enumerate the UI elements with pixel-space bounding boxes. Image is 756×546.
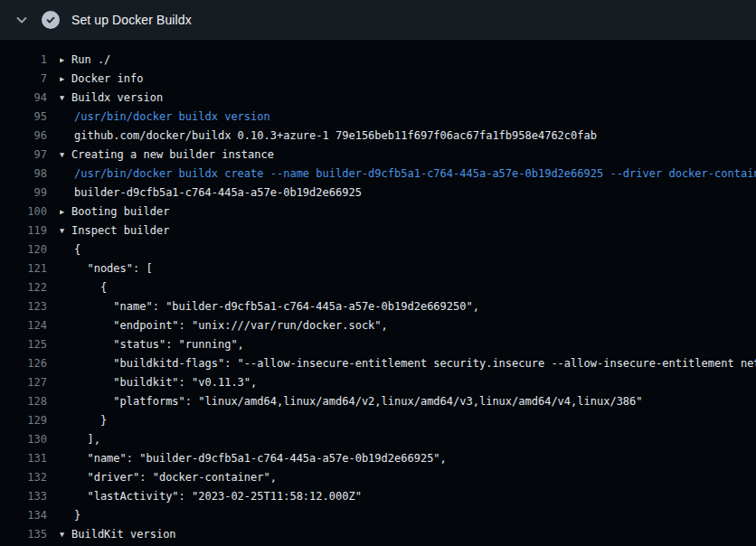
log-lines: 1 ▶ Run ./ 7 ▶ Docker info 94 ▼ Buildx v… (0, 40, 756, 546)
line-number-link[interactable]: 96 (0, 127, 47, 146)
log-line: 98 /usr/bin/docker buildx create --name … (0, 165, 756, 184)
line-number-link[interactable]: 97 (0, 146, 47, 165)
log-line: 123 "name": "builder-d9cfb5a1-c764-445a-… (0, 297, 756, 316)
line-number-link[interactable]: 7 (0, 70, 47, 89)
step-header[interactable]: Set up Docker Buildx (0, 0, 756, 40)
log-text: { (74, 278, 107, 297)
log-text: "lastActivity": "2023-02-25T11:58:12.000… (74, 487, 362, 506)
log-line: 94 ▼ Buildx version (0, 89, 756, 108)
log-line: 128 "platforms": "linux/amd64,linux/amd6… (0, 392, 756, 411)
log-line: 7 ▶ Docker info (0, 70, 756, 89)
line-number-link[interactable]: 132 (0, 468, 47, 487)
log-line: 135 ▼ BuildKit version (0, 525, 756, 544)
log-text: "platforms": "linux/amd64,linux/amd64/v2… (74, 392, 643, 411)
log-line: 121 "nodes": [ (0, 259, 756, 278)
line-number-link[interactable]: 1 (0, 51, 47, 70)
triangle-collapsed-icon[interactable]: ▶ (60, 202, 71, 221)
log-text: "name": "builder-d9cfb5a1-c764-445a-a57e… (74, 449, 447, 468)
log-text: } (74, 411, 107, 430)
line-number-link[interactable]: 119 (0, 221, 47, 240)
log-line: 124 "endpoint": "unix:///var/run/docker.… (0, 316, 756, 335)
log-line: 1 ▶ Run ./ (0, 51, 756, 70)
log-text: Run ./ (71, 51, 110, 70)
line-number-link[interactable]: 125 (0, 335, 47, 354)
log-line: 122 { (0, 278, 756, 297)
log-text: Inspect builder (71, 221, 169, 240)
triangle-collapsed-icon[interactable]: ▶ (60, 70, 71, 89)
log-line: 134 } (0, 506, 756, 525)
line-number-link[interactable]: 99 (0, 184, 47, 202)
log-text: Docker info (71, 70, 143, 89)
line-number-link[interactable]: 100 (0, 202, 47, 221)
line-number-link[interactable]: 130 (0, 430, 47, 449)
log-line: 133 "lastActivity": "2023-02-25T11:58:12… (0, 487, 756, 506)
line-number-link[interactable]: 128 (0, 392, 47, 411)
line-number-link[interactable]: 133 (0, 487, 47, 506)
triangle-expanded-icon[interactable]: ▼ (60, 525, 71, 544)
line-number-link[interactable]: 134 (0, 506, 47, 525)
log-text: "nodes": [ (74, 259, 153, 278)
log-text: ], (74, 430, 100, 449)
log-line: 96 github.com/docker/buildx 0.10.3+azure… (0, 127, 756, 146)
log-line: 125 "status": "running", (0, 335, 756, 354)
line-number-link[interactable]: 127 (0, 373, 47, 392)
triangle-expanded-icon[interactable]: ▼ (60, 221, 71, 240)
step-title: Set up Docker Buildx (71, 13, 192, 27)
line-number-link[interactable]: 94 (0, 89, 47, 108)
line-number-link[interactable]: 126 (0, 354, 47, 373)
log-line: 120 { (0, 240, 756, 259)
triangle-expanded-icon[interactable]: ▼ (60, 89, 71, 108)
check-circle-icon (42, 11, 60, 29)
line-number-link[interactable]: 123 (0, 297, 47, 316)
line-number-link[interactable]: 122 (0, 278, 47, 297)
log-text: "driver": "docker-container", (74, 468, 277, 487)
log-line: 130 ], (0, 430, 756, 449)
chevron-down-icon[interactable] (14, 13, 29, 27)
log-line: 131 "name": "builder-d9cfb5a1-c764-445a-… (0, 449, 756, 468)
log-line: 132 "driver": "docker-container", (0, 468, 756, 487)
log-text: "status": "running", (74, 335, 244, 354)
log-line: 100 ▶ Booting builder (0, 202, 756, 221)
triangle-expanded-icon[interactable]: ▼ (60, 146, 71, 165)
triangle-collapsed-icon[interactable]: ▶ (60, 51, 71, 70)
line-number-link[interactable]: 95 (0, 108, 47, 127)
log-text: "buildkit": "v0.11.3", (74, 373, 257, 392)
line-number-link[interactable]: 131 (0, 449, 47, 468)
log-text: BuildKit version (71, 525, 176, 544)
log-text: Booting builder (71, 202, 169, 221)
log-text: { (74, 240, 80, 259)
log-text: builder-d9cfb5a1-c764-445a-a57e-0b19d2e6… (74, 184, 362, 202)
log-text: /usr/bin/docker buildx version (74, 108, 270, 127)
log-line: 129 } (0, 411, 756, 430)
log-line: 127 "buildkit": "v0.11.3", (0, 373, 756, 392)
log-text: Buildx version (71, 89, 163, 108)
log-text: "buildkitd-flags": "--allow-insecure-ent… (74, 354, 756, 373)
log-text: "endpoint": "unix:///var/run/docker.sock… (74, 316, 388, 335)
log-line: 126 "buildkitd-flags": "--allow-insecure… (0, 354, 756, 373)
log-text: "name": "builder-d9cfb5a1-c764-445a-a57e… (74, 297, 479, 316)
log-text: github.com/docker/buildx 0.10.3+azure-1 … (74, 127, 597, 146)
log-text: Creating a new builder instance (71, 146, 274, 165)
line-number-link[interactable]: 121 (0, 259, 47, 278)
line-number-link[interactable]: 129 (0, 411, 47, 430)
log-line: 97 ▼ Creating a new builder instance (0, 146, 756, 165)
line-number-link[interactable]: 135 (0, 525, 47, 544)
line-number-link[interactable]: 120 (0, 240, 47, 259)
log-line: 99 builder-d9cfb5a1-c764-445a-a57e-0b19d… (0, 184, 756, 202)
line-number-link[interactable]: 124 (0, 316, 47, 335)
log-line: 119 ▼ Inspect builder (0, 221, 756, 240)
log-text: } (74, 506, 80, 525)
log-line: 95 /usr/bin/docker buildx version (0, 108, 756, 127)
log-text: /usr/bin/docker buildx create --name bui… (74, 165, 756, 184)
line-number-link[interactable]: 98 (0, 165, 47, 184)
